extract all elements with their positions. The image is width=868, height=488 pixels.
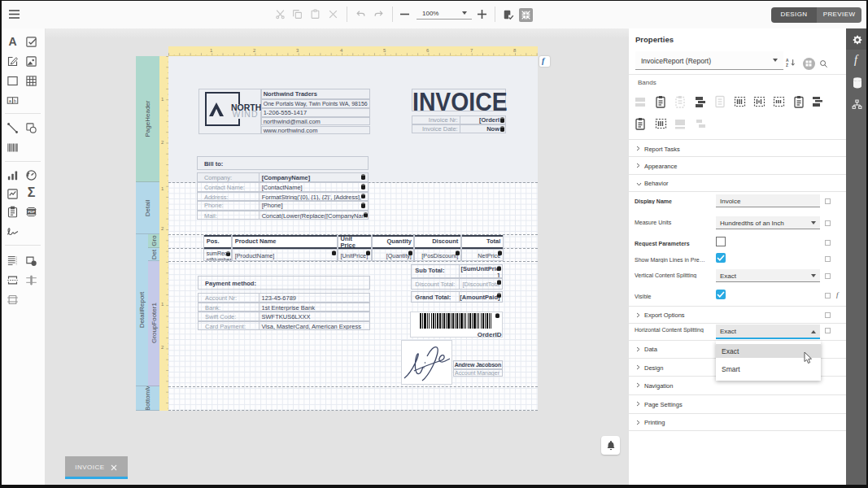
svg-text:Z: Z bbox=[786, 63, 788, 68]
svg-text:PDF: PDF bbox=[28, 210, 35, 214]
svg-text:a: a bbox=[9, 98, 12, 103]
svg-text:A: A bbox=[786, 59, 789, 63]
svg-text:b: b bbox=[14, 98, 16, 103]
